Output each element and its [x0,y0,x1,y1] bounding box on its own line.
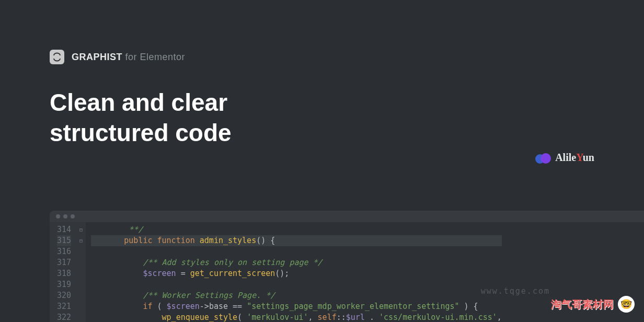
headline: Clean and clear structured code [50,88,644,148]
line-number-gutter: 314315316317318319320321322 [50,222,76,322]
watermark-alileyun-text: AlileYun [555,152,594,164]
fold-marker-icon[interactable]: ⊟ [76,235,86,246]
watermark-tqge: 淘气哥素材网 🤓 [551,296,635,313]
code-line[interactable]: /** Worker Settings Page. */ [91,290,502,301]
fold-marker-icon[interactable]: ⊟ [76,224,86,235]
code-line[interactable]: wp_enqueue_style( 'merkulov-ui', self::$… [91,312,502,322]
headline-line2: structured code [50,119,232,146]
brand-name: GRAPHIST [72,52,122,62]
traffic-light-close-icon[interactable] [56,214,60,218]
code-content[interactable]: **/ public function admin_styles() { /**… [86,222,502,322]
cloud-icon [535,152,551,164]
watermark-url: www.tqge.com [481,286,550,296]
headline-line1: Clean and clear [50,89,227,116]
brand-logo-icon [50,50,64,64]
window-titlebar [50,211,644,222]
brand-text: GRAPHIST for Elementor [72,52,185,63]
watermark-tqge-text: 淘气哥素材网 [551,297,614,312]
brand-row: GRAPHIST for Elementor [50,50,644,64]
line-number: 320 [57,290,71,301]
glasses-icon: 🤓 [618,296,635,313]
traffic-light-minimize-icon[interactable] [63,214,67,218]
line-number: 319 [57,279,71,290]
code-line[interactable]: $screen = get_current_screen(); [91,268,502,279]
line-number: 321 [57,301,71,312]
brand-suffix: for Elementor [122,52,185,62]
code-line[interactable]: if ( $screen->base == "settings_page_mdp… [91,301,502,312]
code-line[interactable]: **/ [91,224,502,235]
code-line[interactable]: /** Add styles only on setting page */ [91,257,502,268]
code-line[interactable] [91,279,502,290]
code-line[interactable] [91,246,502,257]
fold-gutter: ⊟⊟ [76,222,86,322]
line-number: 318 [57,268,71,279]
line-number: 315 [57,235,71,246]
code-line[interactable]: public function admin_styles() { [91,235,502,246]
watermark-alileyun: AlileYun [535,152,594,164]
line-number: 322 [57,312,71,322]
line-number: 314 [57,224,71,235]
line-number: 317 [57,257,71,268]
traffic-light-zoom-icon[interactable] [71,214,75,218]
line-number: 316 [57,246,71,257]
